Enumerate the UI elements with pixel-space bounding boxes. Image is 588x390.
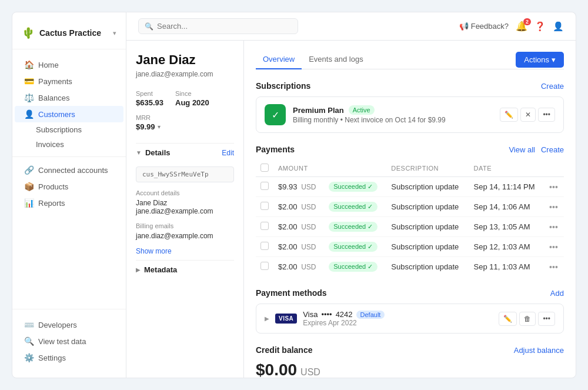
payment-methods-add-button[interactable]: Add [550, 289, 564, 298]
sidebar-item-home[interactable]: 🏠 Home [15, 56, 123, 73]
topbar-actions: 📢 Feedback? 🔔 2 ❓ 👤 [459, 21, 564, 32]
payments-create-button[interactable]: Create [541, 145, 564, 154]
sidebar-item-invoices[interactable]: Invoices [12, 137, 126, 152]
pm-default-badge: Default [356, 311, 385, 319]
payment-method-card: ▶ VISA Visa •••• 4242 Default Expires Ap… [256, 304, 564, 334]
feedback-label: Feedback? [471, 22, 509, 31]
col-actions [544, 160, 564, 177]
subscriptions-create-button[interactable]: Create [541, 82, 564, 91]
tab-overview[interactable]: Overview [256, 50, 302, 69]
stat-since: Since Aug 2020 [175, 90, 209, 107]
pm-delete-button[interactable]: 🗑 [519, 312, 536, 326]
subscriptions-header: Subscriptions Create [256, 81, 564, 91]
row-checkbox[interactable] [260, 262, 269, 270]
search-box[interactable]: 🔍 [138, 18, 298, 34]
actions-button[interactable]: Actions ▾ [516, 52, 564, 68]
user-button[interactable]: 👤 [553, 21, 564, 32]
credit-balance-heading: Credit balance [256, 345, 312, 355]
payment-more-button[interactable]: ••• [549, 242, 558, 252]
succeeded-badge: Succeeded ✓ [329, 242, 377, 252]
sidebar-item-customers[interactable]: 👤 Customers [15, 106, 123, 122]
sidebar: 🌵 Cactus Practice ▾ 🏠 Home 💳 Payments ⚖️… [12, 12, 126, 378]
products-icon: 📦 [24, 182, 34, 191]
sidebar-balances-label: Balances [38, 94, 69, 102]
payment-more-button[interactable]: ••• [549, 222, 558, 232]
pm-more-button[interactable]: ••• [538, 312, 555, 326]
details-edit-link[interactable]: Edit [222, 149, 234, 157]
balances-icon: ⚖️ [24, 93, 34, 102]
sidebar-item-products[interactable]: 📦 Products [15, 178, 123, 195]
show-more-link[interactable]: Show more [136, 247, 234, 255]
notification-button[interactable]: 🔔 2 [516, 21, 527, 32]
sidebar-item-view-test-data[interactable]: 🔍 View test data [15, 333, 123, 349]
payments-icon: 💳 [24, 76, 34, 86]
sidebar-item-developers[interactable]: ⌨️ Developers [15, 316, 123, 333]
subscription-close-button[interactable]: ✕ [520, 108, 536, 122]
visa-icon: VISA [275, 314, 297, 324]
mrr-chevron-icon: ▾ [158, 124, 161, 130]
pm-expand-icon[interactable]: ▶ [265, 315, 269, 322]
payment-more-button[interactable]: ••• [549, 182, 558, 192]
pm-type: Visa [303, 310, 318, 319]
sidebar-divider-2 [12, 309, 126, 309]
pm-edit-button[interactable]: ✏️ [499, 312, 517, 326]
account-name: Jane Diaz [136, 199, 234, 207]
sidebar-invoices-label: Invoices [36, 140, 64, 149]
subscription-card: ✓ Premium Plan Active Billing monthly • … [256, 96, 564, 133]
subscription-edit-button[interactable]: ✏️ [500, 108, 518, 122]
row-checkbox[interactable] [260, 242, 269, 250]
sidebar-item-subscriptions[interactable]: Subscriptions [12, 122, 126, 137]
subscription-status-badge: Active [349, 105, 375, 115]
payments-header-actions: View all Create [509, 145, 564, 154]
col-amount: AMOUNT [273, 160, 324, 177]
details-section-header[interactable]: ▼ Details Edit [136, 143, 234, 162]
adjust-balance-button[interactable]: Adjust balance [514, 346, 564, 355]
subscription-more-button[interactable]: ••• [538, 108, 555, 122]
col-description: DESCRIPTION [386, 160, 469, 177]
table-row: $2.00 USD Succeeded ✓ Subscription updat… [256, 237, 564, 257]
succeeded-badge: Succeeded ✓ [329, 202, 377, 212]
details-title: Details [145, 148, 171, 157]
pm-info: Visa •••• 4242 Default Expires Apr 2022 [303, 310, 493, 327]
payment-status: Succeeded ✓ [324, 197, 386, 217]
since-label: Since [175, 90, 209, 97]
help-button[interactable]: ❓ [534, 21, 546, 32]
feedback-button[interactable]: 📢 Feedback? [459, 22, 509, 31]
sidebar-developers-label: Developers [38, 321, 77, 329]
payment-date: Sep 14, 11:14 PM [469, 177, 545, 197]
brand[interactable]: 🌵 Cactus Practice ▾ [12, 22, 126, 49]
billing-emails: Billing emails jane.diaz@example.com [136, 222, 234, 240]
search-icon: 🔍 [145, 22, 153, 31]
row-checkbox[interactable] [260, 222, 269, 230]
sidebar-item-payments[interactable]: 💳 Payments [15, 73, 123, 89]
payments-view-all-button[interactable]: View all [509, 145, 535, 154]
payment-status: Succeeded ✓ [324, 217, 386, 237]
header-checkbox[interactable] [260, 164, 269, 172]
col-status [324, 160, 386, 177]
account-email-value: jane.diaz@example.com [136, 207, 234, 215]
table-row: $2.00 USD Succeeded ✓ Subscription updat… [256, 197, 564, 217]
sidebar-item-settings[interactable]: ⚙️ Settings [15, 349, 123, 366]
payment-more-button[interactable]: ••• [549, 262, 558, 272]
megaphone-icon: 📢 [459, 22, 469, 31]
sidebar-products-label: Products [38, 182, 68, 191]
main-content: 🔍 📢 Feedback? 🔔 2 ❓ 👤 Jan [126, 12, 576, 378]
payment-methods-heading: Payment methods [256, 288, 327, 298]
metadata-section[interactable]: ▶ Metadata [136, 260, 234, 279]
sidebar-payments-label: Payments [38, 77, 72, 86]
subscription-info: Premium Plan Active Billing monthly • Ne… [293, 105, 493, 124]
row-checkbox[interactable] [260, 182, 269, 190]
settings-icon: ⚙️ [24, 353, 34, 362]
row-checkbox[interactable] [260, 202, 269, 210]
actions-label: Actions [524, 55, 549, 64]
payment-more-button[interactable]: ••• [549, 202, 558, 212]
sidebar-reports-label: Reports [38, 199, 65, 208]
sidebar-item-reports[interactable]: 📊 Reports [15, 195, 123, 211]
tab-events-logs[interactable]: Events and logs [302, 50, 370, 69]
search-input[interactable] [157, 22, 292, 31]
sidebar-item-balances[interactable]: ⚖️ Balances [15, 89, 123, 106]
payment-description: Subscription update [386, 197, 469, 217]
metadata-chevron-icon: ▶ [136, 266, 141, 273]
customer-id: cus_HwySSrMeuVeTp [136, 166, 234, 182]
sidebar-item-connected-accounts[interactable]: 🔗 Connected accounts [15, 162, 123, 178]
